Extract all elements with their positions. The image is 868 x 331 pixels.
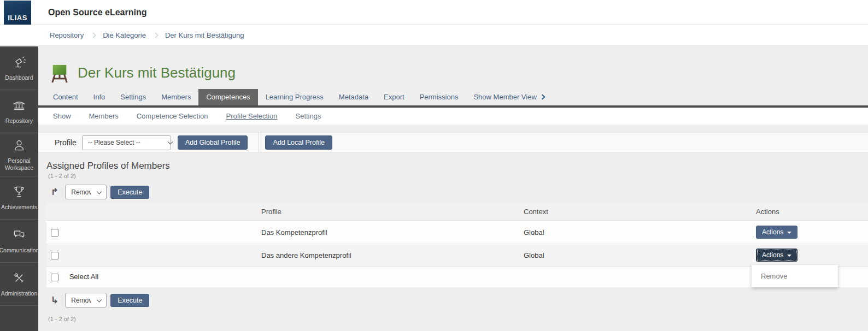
chat-icon xyxy=(12,228,26,244)
subtab-competence-selection[interactable]: Competence Selection xyxy=(137,112,208,120)
main-sidebar: Dashboard Repository Personal Workspace … xyxy=(0,46,38,331)
context-column-header: Context xyxy=(524,203,756,221)
arrow-down-right-icon: ↳ xyxy=(51,295,58,305)
actions-dropdown-menu: Remove xyxy=(752,265,838,287)
tab-content[interactable]: Content xyxy=(45,89,86,105)
page-title-block: Der Kurs mit Bestätigung xyxy=(38,46,868,90)
bulk-command-row-bottom: ↳ Remove Execute xyxy=(46,291,868,311)
select-all-row: Select All xyxy=(46,267,868,287)
sidebar-item-administration[interactable]: Administration xyxy=(0,262,38,305)
bulk-action-select-top[interactable]: Remove xyxy=(65,185,107,199)
sidebar-item-label: Communication xyxy=(0,247,40,254)
tab-settings[interactable]: Settings xyxy=(113,89,154,105)
actions-button-label: Actions xyxy=(762,228,783,236)
sidebar-item-achievements[interactable]: Achievements xyxy=(0,176,38,219)
add-local-profile-button[interactable]: Add Local Profile xyxy=(265,135,332,150)
sidebar-item-repository[interactable]: Repository xyxy=(0,90,38,133)
chevron-right-icon xyxy=(91,33,96,38)
profile-cell: Das Kompetenzprofil xyxy=(261,221,524,244)
row-actions-button[interactable]: Actions xyxy=(756,226,797,239)
menu-item-remove[interactable]: Remove xyxy=(752,267,838,285)
course-easel-icon xyxy=(50,63,69,83)
ilias-logo[interactable]: ILIAS xyxy=(4,1,31,25)
execute-button-top[interactable]: Execute xyxy=(110,186,149,199)
pagination-bottom: (1 - 2 of 2) xyxy=(48,316,868,322)
subtab-settings[interactable]: Settings xyxy=(295,112,321,120)
sidebar-item-dashboard[interactable]: Dashboard xyxy=(0,46,38,90)
app-header: ILIAS Open Source eLearning xyxy=(0,0,868,25)
chevron-right-icon xyxy=(153,33,158,38)
section-heading: Assigned Profiles of Members xyxy=(46,161,868,172)
tab-metadata[interactable]: Metadata xyxy=(331,89,376,105)
breadcrumb: Repository Die Kategorie Der Kurs mit Be… xyxy=(0,25,868,46)
bulk-command-row-top: ↱ Remove Execute xyxy=(46,182,868,203)
toolbar-divider xyxy=(259,133,259,152)
caret-down-icon xyxy=(787,232,791,234)
context-cell: Global xyxy=(524,221,756,244)
tab-learning-progress[interactable]: Learning Progress xyxy=(258,89,331,105)
page-title: Der Kurs mit Bestätigung xyxy=(78,64,236,81)
app-title: Open Source eLearning xyxy=(48,8,146,17)
select-all-checkbox[interactable] xyxy=(51,274,58,281)
breadcrumb-repository[interactable]: Repository xyxy=(50,31,84,39)
sidebar-item-label: Administration xyxy=(0,290,38,297)
sidebar-item-label: Achievements xyxy=(0,204,38,211)
add-global-profile-button[interactable]: Add Global Profile xyxy=(178,135,248,150)
row-checkbox[interactable] xyxy=(51,252,58,259)
profile-toolbar: Profile -- Please Select -- Add Global P… xyxy=(38,132,868,153)
row-checkbox[interactable] xyxy=(51,229,58,237)
assigned-profiles-section: Assigned Profiles of Members (1 - 2 of 2… xyxy=(38,161,868,322)
execute-button-bottom[interactable]: Execute xyxy=(110,294,149,307)
trophy-icon xyxy=(12,185,26,201)
profile-cell: Das andere Kompetenzprofil xyxy=(261,244,524,267)
spacer xyxy=(38,125,868,132)
sidebar-item-label: Repository xyxy=(4,117,34,125)
user-icon xyxy=(12,138,26,155)
table-row: Das andere Kompetenzprofil Global Action… xyxy=(46,244,868,267)
tools-icon xyxy=(12,271,26,287)
sidebar-item-communication[interactable]: Communication xyxy=(0,219,38,262)
table-row: Das Kompetenzprofil Global Actions xyxy=(46,221,868,244)
sidebar-item-personal-workspace[interactable]: Personal Workspace xyxy=(0,133,38,176)
tab-show-member-view-label: Show Member View xyxy=(473,93,536,101)
main-content: Der Kurs mit Bestätigung Content Info Se… xyxy=(38,46,868,322)
tab-permissions[interactable]: Permissions xyxy=(412,89,466,105)
breadcrumb-course[interactable]: Der Kurs mit Bestätigung xyxy=(165,31,244,39)
tab-bar: Content Info Settings Members Competence… xyxy=(38,90,868,108)
tab-competences[interactable]: Competences xyxy=(198,89,257,105)
chevron-right-icon xyxy=(539,94,545,100)
sidebar-item-label: Personal Workspace xyxy=(0,157,38,171)
subtab-members[interactable]: Members xyxy=(89,112,119,120)
row-actions-button-open[interactable]: Actions xyxy=(756,249,797,262)
bulk-select-top-wrapper: Remove xyxy=(65,185,107,199)
profile-label: Profile xyxy=(55,138,77,147)
pagination-top: (1 - 2 of 2) xyxy=(48,173,868,179)
context-cell: Global xyxy=(524,244,756,267)
bulk-action-select-bottom[interactable]: Remove xyxy=(65,293,107,308)
select-all-label: Select All xyxy=(69,273,98,281)
profile-select-wrapper: -- Please Select -- xyxy=(82,135,178,150)
bank-icon xyxy=(12,98,26,115)
profiles-table: Profile Context Actions Das Kompetenzpro… xyxy=(46,203,868,287)
subtab-bar: Show Members Competence Selection Profil… xyxy=(38,108,868,125)
tab-show-member-view[interactable]: Show Member View xyxy=(466,89,552,105)
actions-column-header: Actions xyxy=(756,203,868,221)
tab-export[interactable]: Export xyxy=(376,89,412,105)
profile-select[interactable]: -- Please Select -- xyxy=(82,135,171,150)
bulk-select-bottom-wrapper: Remove xyxy=(65,293,107,308)
lamp-icon xyxy=(12,55,26,72)
subtab-profile-selection[interactable]: Profile Selection xyxy=(226,112,278,120)
tab-members[interactable]: Members xyxy=(154,89,198,105)
checkbox-column-header xyxy=(46,203,261,221)
arrow-up-right-icon: ↱ xyxy=(51,187,58,197)
profile-column-header: Profile xyxy=(261,203,524,221)
caret-down-icon xyxy=(787,255,791,257)
table-header-row: Profile Context Actions xyxy=(46,203,868,221)
sidebar-item-label: Dashboard xyxy=(4,74,34,81)
breadcrumb-category[interactable]: Die Kategorie xyxy=(103,31,146,39)
sidebar-filler xyxy=(0,305,38,331)
subtab-show[interactable]: Show xyxy=(53,112,71,120)
actions-button-label: Actions xyxy=(762,251,783,259)
tab-info[interactable]: Info xyxy=(86,89,113,105)
